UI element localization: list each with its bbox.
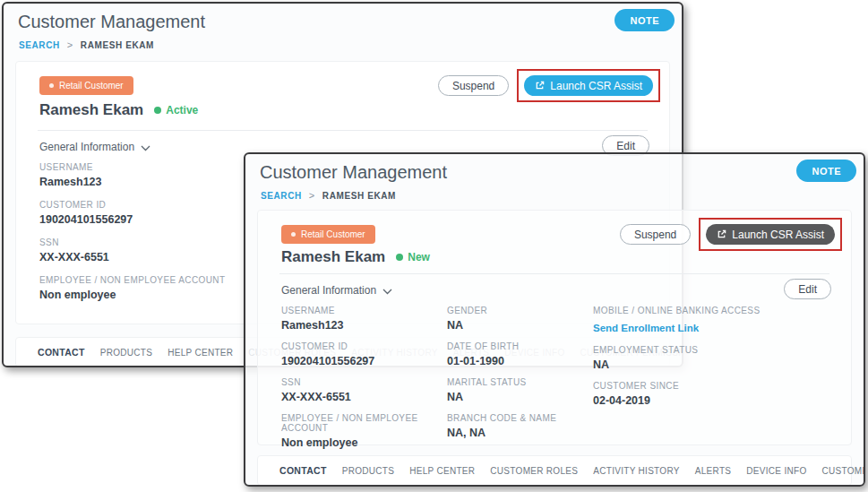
divider xyxy=(38,130,648,131)
field-value: Non employee xyxy=(281,436,447,449)
launch-csr-assist-label: Launch CSR Assist xyxy=(732,229,824,241)
chevron-down-icon xyxy=(382,289,392,295)
customer-type-badge: Retail Customer xyxy=(281,225,375,244)
breadcrumb-current: RAMESH EKAM xyxy=(322,191,396,201)
badge-label: Retail Customer xyxy=(59,81,124,91)
tab-customer-permissions[interactable]: CUSTOMER PERMISSIONS xyxy=(821,466,865,476)
field-customer-id: CUSTOMER ID 190204101556297 xyxy=(281,341,447,367)
suspend-button[interactable]: Suspend xyxy=(620,224,691,245)
tab-help-center[interactable]: HELP CENTER xyxy=(409,466,475,476)
edit-button[interactable]: Edit xyxy=(784,279,831,299)
launch-csr-assist-button[interactable]: Launch CSR Assist xyxy=(706,224,835,245)
launch-csr-assist-label: Launch CSR Assist xyxy=(550,80,642,92)
field-value: NA xyxy=(447,319,593,332)
fields-column-3: MOBILE / ONLINE BANKING ACCESS Send Enro… xyxy=(593,306,829,459)
section-title: General Information xyxy=(39,141,134,153)
field-marital-status: MARITAL STATUS NA xyxy=(447,377,593,403)
customer-name-row: Ramesh Ekam New xyxy=(281,248,430,266)
field-label: GENDER xyxy=(447,306,593,315)
tab-bar-card: CONTACT PRODUCTS HELP CENTER CUSTOMER RO… xyxy=(257,455,852,486)
header-actions: Suspend Launch CSR Assist xyxy=(620,218,842,251)
field-value: Ramesh123 xyxy=(39,176,225,188)
tab-help-center[interactable]: HELP CENTER xyxy=(168,348,233,358)
breadcrumb-search-link[interactable]: SEARCH xyxy=(261,191,302,201)
tab-activity-history[interactable]: ACTIVITY HISTORY xyxy=(593,466,680,476)
customer-summary-card: Retail Customer Suspend Launch CSR Assis… xyxy=(257,210,852,445)
field-ssn: SSN XX-XXX-6551 xyxy=(39,237,225,263)
badge-dot-icon xyxy=(49,83,54,88)
badge-label: Retail Customer xyxy=(301,229,365,239)
field-employee-account: EMPLOYEE / NON EMPLOYEE ACCOUNT Non empl… xyxy=(39,275,225,301)
section-title: General Information xyxy=(281,284,376,297)
field-label: DATE OF BIRTH xyxy=(447,341,593,351)
field-ssn: SSN XX-XXX-6551 xyxy=(281,377,447,403)
field-username: USERNAME Ramesh123 xyxy=(39,162,225,188)
general-information-toggle[interactable]: General Information xyxy=(281,284,392,297)
field-customer-id: CUSTOMER ID 190204101556297 xyxy=(39,200,225,226)
status-label: Active xyxy=(166,104,198,117)
note-button[interactable]: NOTE xyxy=(614,9,675,31)
breadcrumb-chevron-icon: > xyxy=(309,190,315,201)
field-label: CUSTOMER ID xyxy=(281,341,447,351)
field-value: XX-XXX-6551 xyxy=(39,251,225,263)
status-dot-icon xyxy=(396,254,403,261)
breadcrumb: SEARCH > RAMESH EKAM xyxy=(261,190,396,201)
field-value: 01-01-1990 xyxy=(447,355,593,367)
field-value: Non employee xyxy=(39,289,225,301)
tab-contact[interactable]: CONTACT xyxy=(38,347,85,358)
divider xyxy=(279,273,829,274)
header-actions: Suspend Launch CSR Assist xyxy=(438,69,660,102)
suspend-button[interactable]: Suspend xyxy=(438,75,509,96)
field-customer-since: CUSTOMER SINCE 02-04-2019 xyxy=(593,381,829,407)
field-label: MOBILE / ONLINE BANKING ACCESS xyxy=(593,306,829,315)
tab-contact[interactable]: CONTACT xyxy=(279,465,327,476)
status-badge: New xyxy=(396,251,430,263)
field-value: 190204101556297 xyxy=(39,213,225,226)
field-date-of-birth: DATE OF BIRTH 01-01-1990 xyxy=(447,341,593,367)
tab-device-info[interactable]: DEVICE INFO xyxy=(746,466,806,476)
tab-products[interactable]: PRODUCTS xyxy=(342,466,395,476)
tab-alerts[interactable]: ALERTS xyxy=(695,466,732,476)
tab-customer-roles[interactable]: CUSTOMER ROLES xyxy=(490,466,578,476)
breadcrumb-search-link[interactable]: SEARCH xyxy=(19,40,60,50)
badge-dot-icon xyxy=(291,232,296,237)
front-window: Customer Management SEARCH > RAMESH EKAM… xyxy=(244,152,865,487)
field-employment-status: EMPLOYMENT STATUS NA xyxy=(593,345,829,371)
launch-csr-assist-button[interactable]: Launch CSR Assist xyxy=(524,75,653,96)
customer-type-badge: Retail Customer xyxy=(39,76,133,95)
send-enrollment-link[interactable]: Send Enrollment Link xyxy=(593,323,699,333)
field-label: CUSTOMER SINCE xyxy=(593,381,829,391)
csr-assist-highlight-box: Launch CSR Assist xyxy=(699,218,842,251)
field-value: NA xyxy=(447,391,593,403)
field-label: EMPLOYMENT STATUS xyxy=(593,345,829,355)
field-label: BRANCH CODE & NAME xyxy=(447,413,593,423)
field-value: NA, NA xyxy=(447,427,593,439)
field-label: EMPLOYEE / NON EMPLOYEE ACCOUNT xyxy=(39,275,225,285)
tab-products[interactable]: PRODUCTS xyxy=(100,348,153,358)
field-value: NA xyxy=(593,358,829,371)
status-badge: Active xyxy=(154,104,198,117)
field-label: MARITAL STATUS xyxy=(447,377,593,387)
page-title: Customer Management xyxy=(18,12,205,32)
external-link-icon xyxy=(717,229,726,239)
field-label: SSN xyxy=(39,237,225,247)
customer-name: Ramesh Ekam xyxy=(281,248,385,266)
fields-column-1: USERNAME Ramesh123 CUSTOMER ID 190204101… xyxy=(281,306,447,459)
breadcrumb-chevron-icon: > xyxy=(67,39,73,50)
field-label: EMPLOYEE / NON EMPLOYEE ACCOUNT xyxy=(281,413,447,433)
customer-name-row: Ramesh Ekam Active xyxy=(39,101,198,119)
field-value: 190204101556297 xyxy=(281,355,447,367)
field-label: CUSTOMER ID xyxy=(39,200,225,210)
field-gender: GENDER NA xyxy=(447,306,593,332)
status-dot-icon xyxy=(154,107,161,114)
general-information-toggle[interactable]: General Information xyxy=(39,141,150,153)
field-label: USERNAME xyxy=(281,306,447,315)
customer-name: Ramesh Ekam xyxy=(39,101,143,119)
field-value: XX-XXX-6551 xyxy=(281,391,447,403)
note-button[interactable]: NOTE xyxy=(796,160,856,182)
field-username: USERNAME Ramesh123 xyxy=(281,306,447,332)
page-title: Customer Management xyxy=(260,162,447,183)
field-label: SSN xyxy=(281,377,447,387)
field-label: USERNAME xyxy=(39,162,225,172)
field-employee-account: EMPLOYEE / NON EMPLOYEE ACCOUNT Non empl… xyxy=(281,413,447,449)
